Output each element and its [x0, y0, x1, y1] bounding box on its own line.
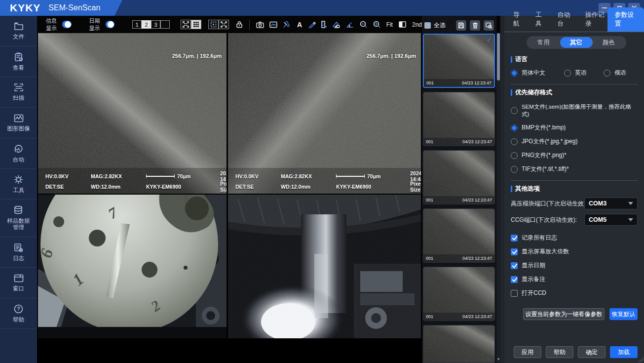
set-oneclick-params-button[interactable]: 设置当前参数为一键看像参数 — [523, 308, 605, 320]
hv-port-row: 高压模块端口(下次启动生效): COM3 — [511, 198, 638, 209]
thumbnail-item[interactable] — [423, 325, 495, 363]
thumbnail-item[interactable]: 001 04/23 12:23:47 — [423, 208, 495, 263]
view-button-4[interactable] — [160, 20, 170, 29]
sidebar-item-tools[interactable]: 工具 — [0, 169, 37, 200]
checkbox-show-date[interactable]: 显示日期 — [511, 261, 638, 270]
radio-english[interactable]: 英语 — [564, 69, 604, 77]
view-button-3[interactable]: 3 — [151, 20, 160, 29]
sidebar-item-graphics[interactable]: 图形图像 — [0, 108, 37, 138]
zoom-out-button[interactable] — [360, 20, 367, 29]
sidebar-item-scan[interactable]: 扫描 — [0, 77, 37, 108]
radio-bmp-format[interactable]: BMP文件(*.bmp) — [511, 123, 638, 132]
radio-simplified-chinese[interactable]: 简体中文 — [511, 69, 564, 77]
measure-angle-button[interactable] — [346, 20, 354, 29]
checkbox-log-all[interactable]: 记录所有日志 — [511, 234, 638, 242]
stage-camera-image: 6 7 1 2 4 — [38, 195, 227, 338]
ok-button[interactable]: 确定 — [578, 346, 606, 358]
hv-port-select[interactable]: COM3 — [584, 198, 638, 209]
settings-content: 语言 简体中文 英语 俄语 优先储存格式 — [504, 51, 644, 363]
tab-navigation[interactable]: 导航 — [513, 10, 525, 32]
settings-subtabs: 常用 其它 颜色 — [527, 36, 626, 49]
fov-size-label: 256.7μm. | 192.6μm — [172, 53, 222, 59]
capture-button[interactable] — [256, 20, 264, 29]
info-display-toggle[interactable] — [62, 21, 71, 28]
sidebar-item-sample-data[interactable]: 样品数据管理 — [0, 200, 37, 237]
radio-tif-format[interactable]: TIF文件(*.tif,*.tiff)* — [511, 165, 638, 173]
chamber-camera-view[interactable] — [228, 195, 421, 338]
tab-operation-log[interactable]: 操作记录 — [585, 10, 608, 32]
help-button[interactable]: 帮助 — [546, 346, 573, 358]
arrows-out-button[interactable] — [219, 20, 229, 29]
restore-default-button[interactable]: 恢复默认 — [609, 308, 638, 320]
stage-camera-view[interactable]: 6 7 1 2 4 — [38, 195, 227, 338]
view-button-1[interactable]: 1 — [132, 20, 142, 29]
thumbnail-item[interactable]: ✓ 001 04/23 12:23:47 — [423, 34, 495, 88]
tab-parameter-settings[interactable]: 参数设置 — [607, 7, 644, 32]
date-display-toggle[interactable] — [106, 21, 114, 28]
fit-button[interactable]: Fit — [386, 21, 393, 28]
thumbnail-caption: 001 04/23 12:23:47 — [423, 313, 494, 321]
help-icon: ? — [14, 304, 23, 314]
radio-sem-format[interactable]: SEM文件(.sem)(如图像用于测量，推荐此格式) — [511, 103, 638, 118]
sidebar-item-log[interactable]: 日志 — [0, 237, 37, 268]
split-view-button[interactable] — [399, 20, 406, 29]
measure-area-button[interactable] — [332, 20, 341, 29]
expand-icon — [183, 21, 189, 28]
dashed-select-button[interactable] — [208, 20, 219, 29]
preview-images-button[interactable] — [484, 20, 494, 31]
thumbnail-caption: 001 04/23 12:23:47 — [424, 79, 494, 87]
save-images-button[interactable] — [456, 20, 466, 31]
thumbnail-id: 001 — [426, 198, 433, 202]
sidebar-item-help[interactable]: ? 帮助 — [0, 298, 37, 329]
toolbar-divider — [249, 19, 250, 30]
image-export-button[interactable] — [269, 20, 277, 29]
svg-text:A: A — [297, 21, 302, 28]
settings-panel: 导航 工具 自动台 操作记录 参数设置 常用 其它 颜色 语言 简体中文 — [500, 16, 644, 363]
thumbnail-caption: 001 04/23 12:23:47 — [423, 254, 494, 262]
second-view-button[interactable]: 2nd — [412, 21, 422, 28]
sem-image-2[interactable]: 256.7μm. | 192.6μm HV:0.0KV MAG:2.82KX 7… — [228, 33, 421, 194]
date-display-label: 日期显示 — [89, 17, 102, 32]
subtab-common[interactable]: 常用 — [528, 37, 560, 48]
subtab-other[interactable]: 其它 — [560, 37, 593, 48]
scroll-down-arrow[interactable]: ▼ — [496, 357, 500, 362]
view-buttons-group: 1 2 3 — [132, 20, 170, 29]
thumbnail-item[interactable]: 001 04/23 12:23:47 — [423, 150, 495, 204]
checkbox-show-remarks[interactable]: 显示备注 — [511, 275, 638, 283]
tab-autostage[interactable]: 自动台 — [558, 10, 574, 32]
select-all-label: 全选 — [434, 21, 446, 30]
checkbox-open-ccd[interactable]: 打开CCD — [511, 289, 638, 297]
radio-russian[interactable]: 俄语 — [604, 69, 626, 77]
sidebar-item-view[interactable]: 查看 — [0, 46, 37, 77]
tab-tools[interactable]: 工具 — [535, 10, 547, 32]
ccg-port-select[interactable]: COM5 — [584, 214, 638, 226]
zoom-in-button[interactable] — [373, 20, 380, 29]
adjust-tools-button[interactable] — [283, 20, 291, 29]
thumbnail-item[interactable]: 001 04/23 12:23:47 — [423, 267, 495, 321]
grid-view-button[interactable] — [191, 20, 201, 29]
thumbnail-item[interactable]: 001 04/23 12:23:47 — [423, 92, 495, 146]
delete-images-button[interactable] — [470, 20, 480, 31]
pen-annotation-button[interactable] — [308, 20, 316, 29]
view-button-2[interactable]: 2 — [142, 20, 151, 29]
thumbnail-scrollbar[interactable]: ▼ — [496, 33, 500, 363]
expand-view-button[interactable] — [181, 20, 191, 29]
radio-jpg-format[interactable]: JPG文件(*.jpg,*.jpeg) — [511, 137, 638, 146]
panel-scrollbar[interactable] — [500, 16, 504, 363]
measure-length-button[interactable] — [321, 20, 327, 29]
sidebar-item-window[interactable]: 窗口 — [0, 268, 37, 298]
checkbox-show-screen-mag[interactable]: 显示屏幕放大倍数 — [511, 247, 638, 256]
apply-button[interactable]: 应用 — [514, 346, 541, 358]
lock-button[interactable] — [236, 20, 243, 29]
sidebar-item-auto[interactable]: A 自动 — [0, 138, 37, 169]
text-annotation-button[interactable]: A — [296, 20, 303, 29]
sem-image-1[interactable]: 256.7μm. | 192.6μm HV:0.0KV MAG:2.82KX 7… — [38, 33, 227, 194]
resize-grip[interactable] — [639, 358, 644, 363]
load-button[interactable]: 加载 — [610, 346, 638, 358]
radio-png-format[interactable]: PNG文件(*.png)* — [511, 151, 638, 160]
scrollbar-thumb[interactable] — [497, 33, 500, 81]
svg-text:?: ? — [17, 306, 20, 312]
sidebar-item-file[interactable]: 文件 — [0, 16, 37, 46]
subtab-color[interactable]: 颜色 — [593, 37, 625, 48]
select-all-checkbox[interactable] — [424, 22, 431, 29]
